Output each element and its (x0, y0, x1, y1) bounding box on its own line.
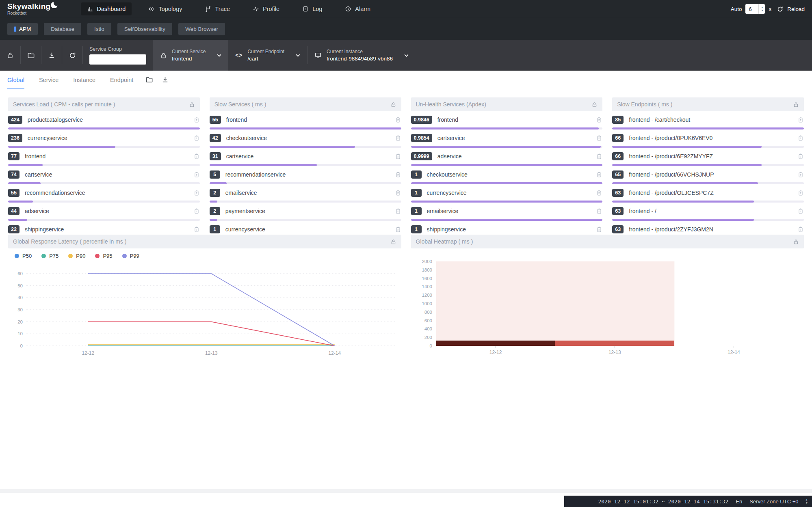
copy-icon[interactable] (395, 117, 401, 123)
nav-item-log[interactable]: Log (296, 2, 328, 15)
metric-label: checkoutservice (427, 171, 468, 178)
time-range-picker[interactable]: 2020-12-12 15:01:32 ~ 2020-12-14 15:31:3… (598, 498, 728, 505)
copy-icon[interactable] (596, 208, 602, 214)
reload-icon[interactable] (777, 6, 784, 13)
category-selfobservability[interactable]: SelfObservability (117, 23, 172, 35)
copy-icon[interactable] (797, 153, 804, 160)
legend-item-P75[interactable]: P75 (41, 253, 58, 259)
lock-icon[interactable] (390, 101, 396, 108)
metric-bar-track (8, 182, 200, 184)
auto-interval-stepper[interactable]: ▴▾ (758, 4, 765, 14)
copy-icon[interactable] (596, 226, 602, 233)
lock-icon[interactable] (390, 239, 396, 245)
service-group-input[interactable] (89, 54, 146, 65)
current-endpoint-selector[interactable]: <> Current Endpoint /cart (228, 40, 307, 71)
copy-icon[interactable] (797, 190, 804, 196)
metric-bar-track (411, 182, 603, 184)
copy-icon[interactable] (596, 153, 602, 160)
metric-value-badge: 0.9846 (411, 116, 432, 124)
refresh-button[interactable] (62, 40, 82, 71)
copy-icon[interactable] (596, 171, 602, 178)
copy-icon[interactable] (797, 117, 804, 123)
metric-row: 31 cartservice (210, 151, 401, 166)
zone-stepper[interactable]: ▴▾ (806, 498, 807, 505)
selector-label: Current Service (172, 49, 206, 54)
category-apm[interactable]: APM (7, 23, 38, 35)
copy-icon[interactable] (193, 171, 200, 178)
tab-global[interactable]: Global (7, 71, 24, 89)
lock-icon[interactable] (793, 101, 799, 108)
metric-label: shippingservice (25, 226, 64, 233)
legend-dot (41, 254, 46, 258)
copy-icon[interactable] (596, 190, 602, 196)
latency-line-chart[interactable]: 010203040506012-1212-1312-14 (8, 263, 401, 360)
nav-item-trace[interactable]: Trace (199, 2, 236, 15)
metric-bar-fill (8, 127, 200, 129)
nav-item-profile[interactable]: Profile (247, 2, 286, 15)
copy-icon[interactable] (395, 226, 401, 233)
tab-endpoint[interactable]: Endpoint (110, 71, 133, 89)
lock-icon[interactable] (591, 101, 598, 108)
auto-unit: s (769, 6, 771, 12)
copy-icon[interactable] (797, 135, 804, 141)
tab-instance[interactable]: Instance (73, 71, 95, 89)
language-toggle[interactable]: En (736, 498, 742, 505)
copy-icon[interactable] (395, 208, 401, 214)
legend-item-P50[interactable]: P50 (15, 253, 32, 259)
category-istio[interactable]: Istio (87, 23, 111, 35)
copy-icon[interactable] (193, 190, 200, 196)
lock-icon[interactable] (793, 239, 799, 245)
nav-item-topology[interactable]: Topology (142, 2, 188, 15)
metric-bar-fill (210, 127, 401, 129)
copy-icon[interactable] (395, 171, 401, 178)
metric-value-badge: 2 (210, 207, 220, 215)
copy-icon[interactable] (596, 135, 602, 141)
metric-row: 236 currencyservice (8, 133, 200, 148)
status-bar: 2020-12-12 15:01:32 ~ 2020-12-14 15:31:3… (564, 496, 812, 507)
legend-item-P99[interactable]: P99 (122, 253, 139, 259)
legend-item-P90[interactable]: P90 (68, 253, 85, 259)
copy-icon[interactable] (193, 226, 200, 233)
export-button[interactable] (41, 40, 62, 71)
copy-icon[interactable] (193, 153, 200, 160)
app-logo[interactable]: Skywalking Rocketbot (7, 2, 58, 15)
copy-icon[interactable] (395, 153, 401, 160)
svg-text:400: 400 (424, 326, 432, 331)
nav-item-dashboard[interactable]: Dashboard (81, 2, 132, 15)
folder-icon[interactable] (145, 76, 153, 84)
auto-interval-input[interactable]: 6 ▴▾ (745, 4, 765, 14)
nav-item-alarm[interactable]: Alarm (339, 2, 377, 15)
copy-icon[interactable] (596, 117, 602, 123)
metric-bar-track (210, 146, 401, 148)
category-web-browser[interactable]: Web Browser (178, 23, 225, 35)
panel-title: Un-Health Services (Apdex) (416, 101, 487, 108)
copy-icon[interactable] (797, 208, 804, 214)
copy-icon[interactable] (193, 117, 200, 123)
tab-service[interactable]: Service (39, 71, 58, 89)
category-label: APM (19, 26, 31, 32)
metric-row: 66 frontend - /product/6E92ZMYYFZ (612, 151, 804, 166)
metric-row: 0.9854 cartservice (411, 133, 603, 148)
server-zone-label[interactable]: Server Zone UTC +0 (749, 498, 798, 505)
copy-icon[interactable] (193, 208, 200, 214)
current-service-selector[interactable]: Current Service frontend (153, 40, 228, 71)
metric-row: 2 emailservice (210, 188, 401, 203)
legend-item-P95[interactable]: P95 (95, 253, 112, 259)
copy-icon[interactable] (395, 135, 401, 141)
copy-icon[interactable] (395, 190, 401, 196)
category-database[interactable]: Database (44, 23, 81, 35)
metric-row: 55 recommendationservice (8, 188, 200, 203)
copy-icon[interactable] (797, 171, 804, 178)
reload-button[interactable]: Reload (787, 6, 805, 12)
metric-bar-track (612, 164, 804, 166)
copy-icon[interactable] (797, 226, 804, 233)
copy-icon[interactable] (193, 135, 200, 141)
current-instance-selector[interactable]: Current Instance frontend-988494b89-vbn8… (307, 40, 416, 71)
lock-button[interactable] (0, 40, 20, 71)
folder-button[interactable] (21, 40, 41, 71)
heatmap-chart[interactable]: 020040060080010001200140016001800200012-… (411, 248, 804, 360)
metric-bar-track (8, 127, 200, 129)
download-icon[interactable] (161, 76, 169, 84)
lock-icon[interactable] (189, 101, 195, 108)
metric-value-badge: 1 (411, 207, 422, 215)
